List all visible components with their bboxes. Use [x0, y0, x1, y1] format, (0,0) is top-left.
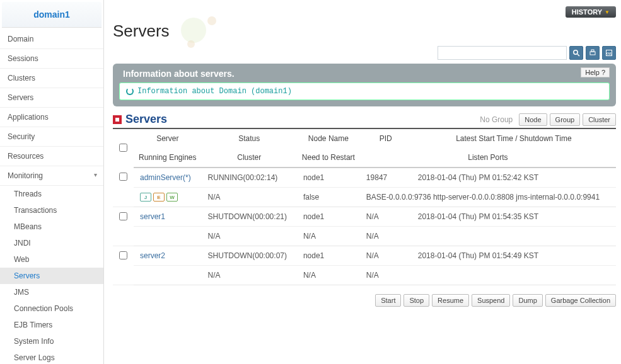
- nav-security[interactable]: Security: [0, 127, 103, 147]
- col-engines: Running Engines: [134, 148, 202, 168]
- sub-connection-pools[interactable]: Connection Pools: [0, 300, 103, 317]
- nav-domain[interactable]: Domain: [0, 30, 103, 49]
- no-group-label: No Group: [476, 113, 516, 126]
- server-latest: 2018-01-04 (Thu) PM 01:52:42 KST: [412, 168, 616, 188]
- section-title: Servers: [113, 113, 167, 126]
- svg-rect-3: [591, 50, 594, 52]
- sub-jms[interactable]: JMS: [0, 284, 103, 300]
- nav-sessions[interactable]: Sessions: [0, 49, 103, 69]
- server-latest: 2018-01-04 (Thu) PM 01:54:49 KST: [412, 246, 616, 266]
- resume-button[interactable]: Resume: [432, 294, 469, 307]
- search-icon[interactable]: [569, 46, 583, 60]
- decor-circle: [207, 16, 216, 25]
- start-button[interactable]: Start: [375, 294, 401, 307]
- search-input[interactable]: [438, 46, 567, 60]
- col-ports: Listen Ports: [360, 148, 616, 168]
- engine-icons: JEW: [140, 193, 195, 202]
- nav-clusters[interactable]: Clusters: [0, 69, 103, 88]
- stop-icon: [113, 115, 122, 124]
- server-pid: 19847: [360, 168, 412, 188]
- sub-threads[interactable]: Threads: [0, 186, 103, 202]
- info-panel: Information about servers. Help ? Inform…: [113, 64, 616, 106]
- sub-web[interactable]: Web: [0, 251, 103, 268]
- history-button[interactable]: HISTORY: [566, 6, 616, 18]
- server-cluster: N/A: [202, 227, 297, 246]
- print-icon[interactable]: [586, 46, 600, 60]
- server-name[interactable]: server1: [140, 212, 165, 221]
- table-row: adminServer(*)RUNNING(00:02:14)node11984…: [113, 168, 616, 188]
- view-buttons: No Group Node Group Cluster: [476, 113, 616, 126]
- dump-button[interactable]: Dump: [513, 294, 542, 307]
- server-status: SHUTDOWN(00:00:21): [202, 207, 297, 227]
- sub-server-logs[interactable]: Server Logs: [0, 350, 103, 364]
- info-message-row: Information about Domain (domain1): [119, 82, 610, 100]
- topbar: HISTORY: [113, 6, 616, 18]
- nav-monitoring[interactable]: Monitoring: [0, 166, 103, 186]
- server-pid: N/A: [360, 246, 412, 266]
- svg-text:XML: XML: [606, 52, 613, 55]
- suspend-button[interactable]: Suspend: [472, 294, 510, 307]
- help-button[interactable]: Help ?: [581, 67, 610, 77]
- table-row: JEWN/AfalseBASE-0.0.0.0:9736 http-server…: [113, 188, 616, 207]
- server-name[interactable]: adminServer(*): [140, 173, 191, 182]
- search-toolbar: XML: [113, 46, 616, 60]
- main: HISTORY Servers XML Information about se…: [104, 0, 621, 364]
- xml-export-icon[interactable]: XML: [602, 46, 616, 60]
- view-group-button[interactable]: Group: [550, 113, 581, 126]
- server-status: SHUTDOWN(00:00:07): [202, 246, 297, 266]
- table-row: N/AN/AN/A: [113, 266, 616, 285]
- server-pid: N/A: [360, 207, 412, 227]
- decor-circle: [187, 40, 195, 48]
- row-checkbox[interactable]: [119, 173, 127, 181]
- sub-ejb-timers[interactable]: EJB Timers: [0, 317, 103, 333]
- decor-circle: [181, 18, 206, 43]
- section-title-text: Servers: [125, 113, 167, 126]
- server-ports: N/A: [360, 266, 616, 285]
- page-title: Servers: [113, 21, 616, 41]
- svg-rect-2: [590, 52, 595, 55]
- info-title: Information about servers.: [119, 69, 610, 79]
- server-ports: BASE-0.0.0.0:9736 http-server-0.0.0.0:88…: [360, 188, 616, 207]
- server-engines: [134, 227, 202, 246]
- engine-web-icon: W: [166, 193, 178, 202]
- col-node: Node Name: [297, 129, 360, 148]
- server-name[interactable]: server2: [140, 251, 165, 260]
- server-restart: false: [297, 188, 360, 207]
- sub-servers[interactable]: Servers: [0, 268, 103, 284]
- engine-jms-icon: J: [140, 193, 151, 202]
- sub-mbeans[interactable]: MBeans: [0, 219, 103, 235]
- server-restart: N/A: [297, 266, 360, 285]
- view-cluster-button[interactable]: Cluster: [583, 113, 616, 126]
- server-node: node1: [297, 246, 360, 266]
- refresh-icon[interactable]: [126, 88, 134, 95]
- sub-jndi[interactable]: JNDI: [0, 235, 103, 251]
- row-checkbox[interactable]: [119, 251, 127, 259]
- nav-applications[interactable]: Applications: [0, 108, 103, 127]
- sub-transactions[interactable]: Transactions: [0, 202, 103, 219]
- sub-system-info[interactable]: System Info: [0, 333, 103, 350]
- server-node: node1: [297, 207, 360, 227]
- server-cluster: N/A: [202, 188, 297, 207]
- domain-name[interactable]: domain1: [2, 2, 102, 28]
- engine-ejb-icon: E: [153, 193, 165, 202]
- col-pid: PID: [360, 129, 412, 148]
- view-node-button[interactable]: Node: [519, 113, 547, 126]
- col-cluster: Cluster: [202, 148, 297, 168]
- server-restart: N/A: [297, 227, 360, 246]
- server-cluster: N/A: [202, 266, 297, 285]
- info-message: Information about Domain (domain1): [137, 87, 292, 96]
- nav-resources[interactable]: Resources: [0, 147, 103, 166]
- select-all-checkbox[interactable]: [119, 144, 127, 152]
- sidebar: domain1 Domain Sessions Clusters Servers…: [0, 0, 104, 364]
- servers-table: Server Status Node Name PID Latest Start…: [113, 129, 616, 285]
- nav-servers[interactable]: Servers: [0, 88, 103, 108]
- col-status: Status: [202, 129, 297, 148]
- section-header: Servers No Group Node Group Cluster: [113, 113, 616, 129]
- table-row: server1SHUTDOWN(00:00:21)node1N/A2018-01…: [113, 207, 616, 227]
- col-restart: Need to Restart: [297, 148, 360, 168]
- col-latest: Latest Start Time / Shutdown Time: [412, 129, 616, 148]
- stop-button[interactable]: Stop: [403, 294, 429, 307]
- row-checkbox[interactable]: [119, 212, 127, 220]
- gc-button[interactable]: Garbage Collection: [545, 294, 616, 307]
- help-label: Help: [585, 69, 600, 76]
